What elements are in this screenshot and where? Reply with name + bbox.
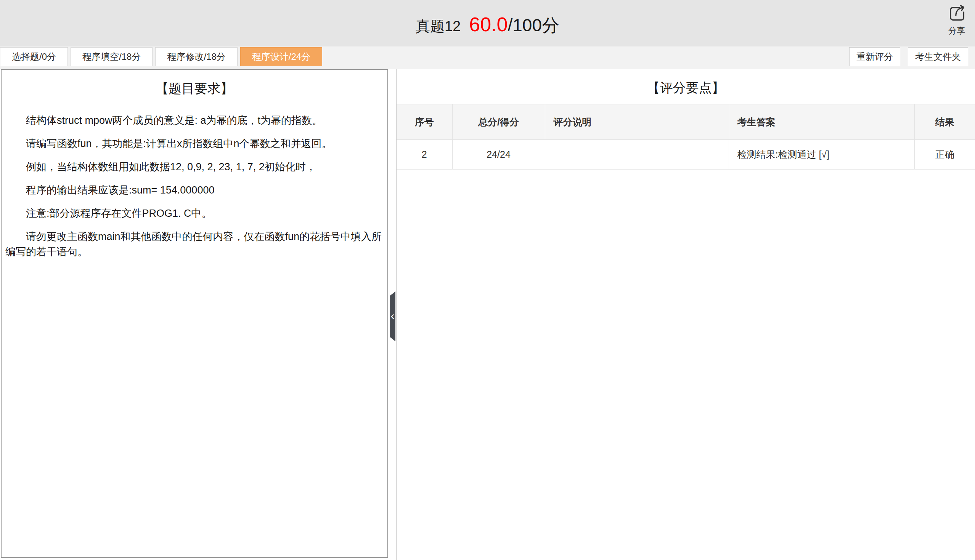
scoring-table: 序号 总分/得分 评分说明 考生答案 结果 2 24/24 检测结果:检测通过 … bbox=[396, 104, 975, 170]
tab-program-fill[interactable]: 程序填空/18分 bbox=[70, 47, 152, 66]
scoring-panel: 【评分要点】 序号 总分/得分 评分说明 考生答案 结果 bbox=[396, 69, 975, 560]
rescore-button[interactable]: 重新评分 bbox=[849, 47, 900, 66]
table-row: 2 24/24 检测结果:检测通过 [√] 正确 bbox=[396, 140, 975, 170]
candidate-folder-button[interactable]: 考生文件夹 bbox=[908, 47, 968, 66]
question-paragraph: 请编写函数fun，其功能是:计算出x所指数组中n个幂数之和并返回。 bbox=[5, 136, 384, 151]
question-paragraph: 注意:部分源程序存在文件PROG1. C中。 bbox=[5, 206, 384, 221]
cell-score: 24/24 bbox=[452, 140, 545, 170]
tab-label: 选择题/0分 bbox=[12, 51, 56, 63]
share-icon bbox=[947, 3, 967, 24]
question-panel: 【题目要求】 结构体struct mpow两个成员的意义是: a为幂的底，t为幂… bbox=[1, 69, 388, 558]
cell-description bbox=[545, 140, 729, 170]
question-paragraph: 请勿更改主函数main和其他函数中的任何内容，仅在函数fun的花括号中填入所编写… bbox=[5, 229, 384, 260]
exam-title: 真题12 bbox=[416, 17, 461, 36]
share-button[interactable]: 分享 bbox=[947, 3, 967, 37]
exam-total: /100分 bbox=[508, 14, 559, 37]
question-paragraph: 结构体struct mpow两个成员的意义是: a为幂的底，t为幂的指数。 bbox=[5, 113, 384, 128]
share-label[interactable]: 分享 bbox=[948, 25, 965, 37]
column-header-index: 序号 bbox=[396, 104, 452, 140]
column-header-result: 结果 bbox=[914, 104, 975, 140]
scoring-panel-title: 【评分要点】 bbox=[396, 79, 975, 97]
app-header: 真题12 60.0 /100分 分享 bbox=[0, 0, 975, 47]
tab-program-modify[interactable]: 程序修改/18分 bbox=[155, 47, 237, 66]
main-content: 【题目要求】 结构体struct mpow两个成员的意义是: a为幂的底，t为幂… bbox=[0, 69, 975, 560]
question-panel-title: 【题目要求】 bbox=[2, 80, 387, 98]
tab-choice-questions[interactable]: 选择题/0分 bbox=[0, 47, 68, 66]
section-tab-bar: 选择题/0分 程序填空/18分 程序修改/18分 程序设计/24分 重新评分 考… bbox=[0, 47, 975, 69]
table-header-row: 序号 总分/得分 评分说明 考生答案 结果 bbox=[396, 104, 975, 140]
exam-score: 60.0 bbox=[469, 13, 508, 36]
tabbar-actions: 重新评分 考生文件夹 bbox=[841, 47, 968, 66]
question-paragraph: 程序的输出结果应该是:sum= 154.000000 bbox=[5, 182, 384, 198]
chevron-left-icon: ‹ bbox=[391, 310, 395, 322]
column-header-answer: 考生答案 bbox=[729, 104, 914, 140]
question-paragraph: 例如，当结构体数组用如此数据12, 0,9, 2, 23, 1, 7, 2初始化… bbox=[5, 159, 384, 175]
cell-result: 正确 bbox=[914, 140, 975, 170]
panel-collapse-handle[interactable]: ‹ bbox=[390, 292, 395, 341]
column-header-description: 评分说明 bbox=[545, 104, 729, 140]
cell-answer: 检测结果:检测通过 [√] bbox=[729, 140, 914, 170]
tab-label: 程序填空/18分 bbox=[82, 51, 141, 63]
column-header-score: 总分/得分 bbox=[452, 104, 545, 140]
tab-label: 程序设计/24分 bbox=[252, 51, 310, 63]
cell-index: 2 bbox=[396, 140, 452, 170]
question-body: 结构体struct mpow两个成员的意义是: a为幂的底，t为幂的指数。 请编… bbox=[2, 113, 387, 260]
tab-label: 程序修改/18分 bbox=[167, 51, 225, 63]
tab-program-design[interactable]: 程序设计/24分 bbox=[240, 47, 322, 66]
